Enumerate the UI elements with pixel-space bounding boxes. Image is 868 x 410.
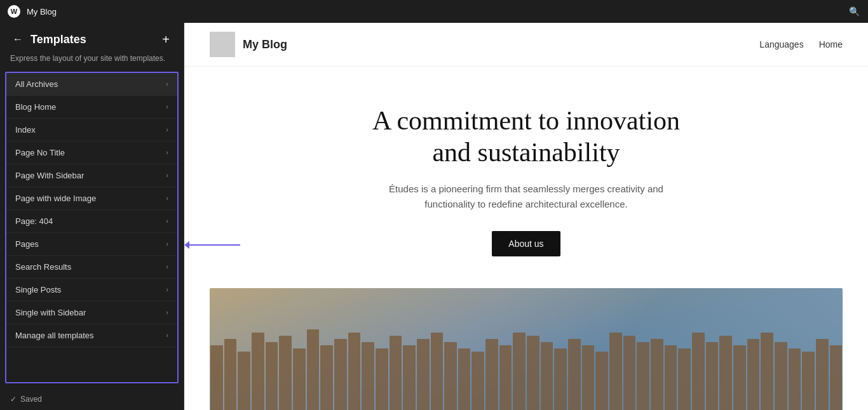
sidebar-item-page-no-title[interactable]: Page No Title›	[6, 142, 177, 164]
architectural-slat	[582, 345, 595, 410]
sidebar-footer: ✓ Saved	[0, 388, 184, 410]
architectural-slat	[513, 333, 526, 410]
sidebar-item-pages[interactable]: Pages›	[6, 233, 177, 256]
architectural-slat	[733, 345, 746, 410]
hero-section: A commitment to innovationand sustainabi…	[184, 67, 868, 288]
sidebar-item-page-with-sidebar[interactable]: Page With Sidebar›	[6, 164, 177, 187]
nav-item-languages[interactable]: Languages	[759, 39, 803, 50]
architectural-slat	[678, 348, 691, 410]
sidebar-title: Templates	[31, 33, 153, 46]
chevron-icon: ›	[166, 103, 168, 110]
page-indicator	[184, 241, 240, 249]
architectural-slat	[747, 339, 760, 410]
sidebar-item-page-with-wide-image[interactable]: Page with wide Image›	[6, 187, 177, 210]
sidebar-item-label: Single with Sidebar	[15, 308, 166, 317]
architectural-slat	[238, 352, 250, 410]
chevron-icon: ›	[166, 286, 168, 293]
sidebar-item-label: Manage all templates	[15, 331, 166, 340]
architectural-slat	[485, 339, 498, 410]
architectural-slat	[390, 336, 402, 410]
hero-title: A commitment to innovationand sustainabi…	[210, 105, 843, 169]
architectural-slat	[706, 342, 719, 410]
chevron-icon: ›	[166, 217, 168, 225]
architectural-slat	[651, 339, 663, 410]
chevron-icon: ›	[166, 171, 168, 179]
architectural-slat	[279, 336, 292, 410]
sidebar-item-manage-all-templates[interactable]: Manage all templates›	[6, 324, 177, 347]
architectural-slat	[224, 339, 237, 410]
saved-label: Saved	[20, 395, 42, 404]
nav-item-home[interactable]: Home	[819, 39, 843, 50]
sidebar-item-label: Single Posts	[15, 285, 166, 294]
site-name: My Blog	[243, 38, 759, 51]
architectural-slat	[417, 339, 430, 410]
architectural-slat	[376, 348, 388, 410]
chevron-icon: ›	[166, 126, 168, 133]
sidebar-template-list: All Archives›Blog Home›Index›Page No Tit…	[5, 72, 179, 383]
sidebar: ← Templates + Express the layout of your…	[0, 23, 184, 410]
sidebar-item-label: Page With Sidebar	[15, 171, 166, 180]
sidebar-item-label: All Archives	[15, 79, 166, 89]
architectural-slat	[266, 342, 278, 410]
sidebar-item-search-results[interactable]: Search Results›	[6, 256, 177, 279]
architectural-slat	[554, 348, 567, 410]
wp-logo[interactable]: W	[8, 5, 20, 18]
saved-check-icon: ✓	[10, 395, 17, 404]
architectural-slat	[320, 345, 333, 410]
architectural-slat	[348, 333, 361, 410]
preview-area: My Blog Languages Home A commitment to i…	[184, 23, 868, 410]
top-bar: W My Blog 🔍	[0, 0, 868, 23]
architectural-slat	[362, 342, 374, 410]
architectural-slat	[719, 336, 732, 410]
architectural-slat	[541, 342, 553, 410]
architectural-slat	[692, 333, 705, 410]
architectural-slat	[761, 333, 773, 410]
sidebar-header: ← Templates +	[0, 23, 184, 51]
sidebar-item-single-with-sidebar[interactable]: Single with Sidebar›	[6, 301, 177, 324]
architectural-slat	[802, 352, 815, 410]
architectural-slat	[252, 333, 264, 410]
architectural-slat	[403, 345, 416, 410]
add-template-button[interactable]: +	[158, 32, 173, 47]
sidebar-item-label: Index	[15, 125, 166, 135]
search-button[interactable]: 🔍	[848, 5, 860, 18]
architectural-slat	[623, 336, 636, 410]
chevron-icon: ›	[166, 308, 168, 316]
sidebar-description: Express the layout of your site with tem…	[0, 51, 184, 72]
architectural-slat	[431, 333, 444, 410]
site-nav: Languages Home	[759, 39, 843, 50]
architectural-slat	[609, 333, 622, 410]
sidebar-item-single-posts[interactable]: Single Posts›	[6, 279, 177, 301]
about-us-button[interactable]: About us	[492, 231, 560, 256]
chevron-icon: ›	[166, 263, 168, 270]
architectural-slat	[334, 339, 347, 410]
sidebar-item-label: Blog Home	[15, 102, 166, 112]
sidebar-item-label: Page: 404	[15, 216, 166, 226]
chevron-icon: ›	[166, 331, 168, 339]
back-button[interactable]: ←	[10, 32, 25, 47]
sidebar-item-index[interactable]: Index›	[6, 119, 177, 142]
chevron-icon: ›	[166, 80, 168, 88]
sidebar-item-all-archives[interactable]: All Archives›	[6, 73, 177, 96]
architectural-slat	[789, 348, 801, 410]
architectural-slat	[527, 336, 539, 410]
architectural-slat	[210, 345, 223, 410]
architectural-slat	[568, 339, 581, 410]
architectural-slat	[307, 329, 320, 410]
sidebar-item-page-404[interactable]: Page: 404›	[6, 210, 177, 233]
indicator-line	[189, 244, 240, 246]
sidebar-item-label: Search Results	[15, 262, 166, 272]
architectural-slat	[444, 342, 457, 410]
main-layout: ← Templates + Express the layout of your…	[0, 23, 868, 410]
architectural-slat	[816, 339, 829, 410]
architectural-slats	[210, 320, 843, 410]
architectural-slat	[775, 342, 787, 410]
chevron-icon: ›	[166, 149, 168, 156]
sidebar-item-label: Page No Title	[15, 148, 166, 157]
architectural-slat	[471, 352, 484, 410]
architectural-slat	[637, 342, 649, 410]
sidebar-item-blog-home[interactable]: Blog Home›	[6, 96, 177, 119]
sidebar-item-label: Page with wide Image	[15, 194, 166, 203]
architectural-slat	[830, 345, 843, 410]
chevron-icon: ›	[166, 240, 168, 248]
